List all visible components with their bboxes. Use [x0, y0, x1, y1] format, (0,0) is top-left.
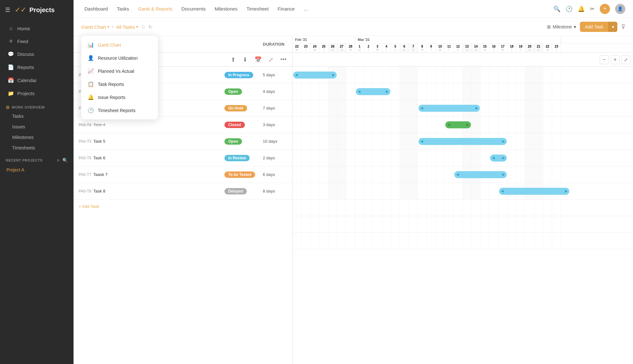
gantt-chart-area: Feb '21 Mar '21 22M23T24W25T26S27S28M1M2… — [293, 36, 633, 364]
add-button[interactable]: + — [600, 4, 610, 14]
task-name[interactable]: Task 5 — [93, 139, 106, 144]
sidebar-item-tasks[interactable]: Tasks — [2, 111, 72, 121]
status-badge: In Progress — [224, 72, 253, 78]
task-cell: PA0-T4 Task 4 — [74, 122, 222, 127]
fit-to-screen-button[interactable]: ⤢ — [621, 55, 630, 64]
all-tasks-breadcrumb[interactable]: All Tasks ▾ — [116, 24, 138, 30]
breadcrumb2-caret-icon: ▾ — [136, 25, 138, 29]
gantt-bar[interactable]: ◀▶ — [490, 155, 507, 162]
topnav-milestones[interactable]: Milestones — [211, 4, 241, 13]
table-row: PA0-T8 Task 8 Delayed 8 days — [74, 183, 292, 200]
dropdown-gantt-chart-label: Gantt Chart — [98, 42, 121, 48]
clock-icon[interactable]: 🕐 — [566, 5, 573, 12]
topnav-documents[interactable]: Documents — [178, 4, 209, 13]
gantt-bar[interactable]: ◀▶ — [454, 171, 507, 178]
sidebar-item-project-a[interactable]: Project A — [0, 165, 74, 175]
gantt-chart-breadcrumb[interactable]: Gantt Chart ▾ — [81, 24, 109, 30]
dropdown-planned-vs-actual[interactable]: 📈 Planned Vs Actual — [81, 64, 158, 78]
topnav-dashboard[interactable]: Dashboard — [81, 4, 111, 13]
status-badge: To be Tested — [224, 171, 255, 178]
sidebar-item-projects-label: Projects — [17, 91, 35, 96]
duration-cell: 5 days — [260, 72, 292, 77]
projects-icon: 📁 — [8, 90, 14, 96]
sidebar-item-home-label: Home — [17, 26, 30, 31]
task-id: PA0-T8 — [79, 189, 91, 193]
download-icon[interactable]: ⬇ — [241, 55, 249, 64]
settings-icon[interactable]: ✂ — [590, 5, 595, 12]
gantt-bar[interactable]: ◀▶ — [499, 188, 569, 195]
refresh-icon[interactable]: ↻ — [148, 24, 152, 30]
dropdown-issue-reports[interactable]: 🔔 Issue Reports — [81, 91, 158, 104]
gantt-bar[interactable]: ◀▶ — [418, 105, 480, 112]
recent-projects-section: RECENT PROJECTS ≡ 🔍 — [0, 153, 74, 165]
gantt-chart-icon: 📊 — [88, 42, 94, 48]
task-name[interactable]: Task 8 — [93, 189, 106, 193]
duration-cell: 6 days — [260, 172, 292, 177]
sidebar-item-reports[interactable]: 📄 Reports — [2, 61, 72, 73]
task-name[interactable]: Taask 7 — [93, 172, 108, 177]
status-badge: Closed — [224, 122, 245, 128]
export-icon[interactable]: ⬆ — [229, 55, 238, 64]
bell-icon[interactable]: 🔔 — [578, 5, 585, 12]
topnav-gantt-reports[interactable]: Gantt & Reports — [135, 4, 176, 13]
sidebar-item-issues[interactable]: Issues — [2, 122, 72, 132]
gantt-date-header: Feb '21 Mar '21 22M23T24W25T26S27S28M1M2… — [293, 36, 633, 53]
gantt-bar[interactable]: ◀▶ — [445, 121, 471, 128]
zoom-out-button[interactable]: − — [600, 55, 609, 64]
gantt-bar[interactable]: ◀▶ — [418, 138, 507, 145]
status-cell: Open — [222, 138, 260, 145]
status-badge: On Hold — [224, 105, 247, 111]
resource-util-icon: 👤 — [88, 55, 94, 61]
settings-icon[interactable]: ≡ — [57, 158, 60, 163]
dropdown-resource-util-label: Resource Utilization — [98, 56, 138, 61]
gantt-bar[interactable]: ◀▶ — [356, 88, 390, 95]
milestone-button[interactable]: ⊞ Milestone ▾ — [547, 24, 576, 29]
timesheets-label: Timesheets — [12, 145, 35, 150]
duration-cell: 10 days — [260, 139, 292, 144]
duration-column-header: DURATION — [260, 42, 292, 47]
task-id: PA0-T4 — [79, 123, 91, 127]
logo-icon: ✓✓ — [15, 6, 26, 14]
project-a-label: Project A — [6, 167, 24, 172]
expand-icon[interactable]: ⤢ — [267, 55, 275, 64]
topnav-more[interactable]: ... — [301, 4, 311, 13]
avatar[interactable]: 👤 — [615, 4, 625, 14]
gantt-chart-row: ◀▶ — [293, 83, 633, 100]
zoom-in-button[interactable]: + — [611, 55, 620, 64]
dropdown-gantt-chart[interactable]: 📊 Gantt Chart — [81, 38, 158, 51]
sidebar-item-calendar[interactable]: 📅 Calendar — [2, 74, 72, 87]
sidebar-item-home[interactable]: ⌂ Home — [2, 22, 72, 34]
task-name[interactable]: Task 6 — [93, 155, 106, 160]
status-badge: Delayed — [224, 188, 247, 194]
sidebar-item-milestones[interactable]: Milestones — [2, 132, 72, 142]
hamburger-icon[interactable]: ☰ — [5, 6, 10, 13]
task-name[interactable]: Task 4 — [93, 122, 106, 127]
search-icon[interactable]: 🔍 — [553, 5, 560, 12]
gantt-bar[interactable]: ◀▶ — [293, 72, 337, 79]
topnav-tasks[interactable]: Tasks — [113, 4, 132, 13]
duration-cell: 4 days — [260, 89, 292, 94]
sidebar-item-feed[interactable]: ≡ Feed — [2, 35, 72, 47]
sidebar-item-projects[interactable]: 📁 Projects — [2, 87, 72, 100]
topnav-timesheet[interactable]: Timesheet — [243, 4, 272, 13]
more-options-icon[interactable]: ••• — [278, 55, 288, 64]
status-cell: Delayed — [222, 188, 260, 194]
reports-icon: 📄 — [8, 64, 14, 70]
favorite-icon[interactable]: ☆ — [141, 23, 146, 30]
dropdown-timesheet-reports[interactable]: 🕐 Timesheet Reports — [81, 104, 158, 117]
search-icon[interactable]: 🔍 — [62, 158, 68, 163]
subheader-right: ⊞ Milestone ▾ Add Task ▾ ⊽ — [547, 22, 625, 32]
calendar-view-icon[interactable]: 📅 — [253, 55, 263, 64]
sidebar-item-timesheets[interactable]: Timesheets — [2, 143, 72, 153]
add-task-inline-button[interactable]: + Add Task — [79, 204, 99, 209]
feed-icon: ≡ — [8, 38, 14, 44]
milestone-label: Milestone — [553, 24, 572, 29]
sidebar-item-discuss[interactable]: 💬 Discuss — [2, 48, 72, 60]
topnav-finance[interactable]: Finance — [274, 4, 298, 13]
dropdown-resource-util[interactable]: 👤 Resource Utilization — [81, 51, 158, 64]
add-task-button[interactable]: Add Task — [580, 22, 608, 32]
filter-icon[interactable]: ⊽ — [621, 23, 625, 30]
add-task-dropdown-button[interactable]: ▾ — [608, 22, 617, 32]
sidebar: ☰ ✓✓ Projects ⌂ Home ≡ Feed 💬 Discuss 📄 … — [0, 0, 74, 364]
dropdown-task-reports[interactable]: 📋 Task Reports — [81, 78, 158, 91]
